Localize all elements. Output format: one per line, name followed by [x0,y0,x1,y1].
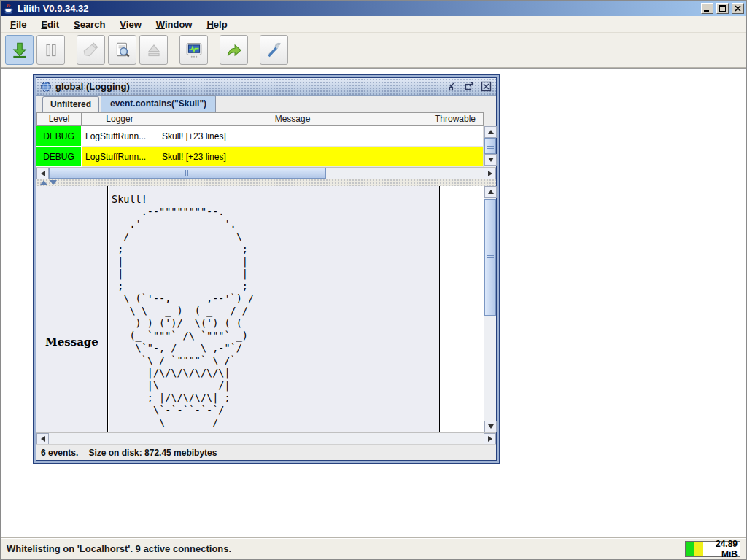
disconnect-button[interactable] [139,35,168,65]
event-count: 6 events. [41,448,78,458]
memory-text: 24.89 MiB [703,539,740,559]
clean-button[interactable] [77,35,105,65]
desktop-pane: global (Logging) [1,68,746,537]
split-pane-divider[interactable] [36,179,496,186]
left-arrow-icon [41,436,45,442]
go-arrow-icon [225,41,244,60]
column-header-message[interactable]: Message [158,112,427,126]
collapse-up-icon[interactable] [40,180,47,185]
frame-maximize-button[interactable] [462,80,476,93]
app-statusbar: Whitelisting on 'Localhorst'. 9 active c… [1,537,746,559]
memory-usage-bar [686,542,703,556]
event-detail-pane: Message Skull! .--""""""""--. .' '. / \ … [36,186,496,432]
detail-vertical-scrollbar[interactable] [484,186,496,432]
maximize-icon [719,5,726,12]
scroll-thumb[interactable] [49,168,326,179]
scroll-track[interactable] [326,168,484,179]
column-header-throwable[interactable]: Throwable [427,112,484,126]
logger-cell[interactable]: LogStuffRunn... [82,147,158,167]
right-arrow-icon [488,171,492,176]
find-button[interactable] [108,35,136,65]
up-arrow-icon [488,190,494,194]
message-cell[interactable]: Skull! [+23 lines] [158,126,427,147]
preferences-tools-icon [265,41,284,60]
detail-field-label: Message [36,335,107,349]
table-row-selected[interactable]: DEBUG LogStuffRunn... Skull! [+23 lines] [36,147,484,167]
globe-icon [40,81,52,93]
right-arrow-icon [488,436,492,442]
frame-statusbar: 6 events. Size on disk: 872.45 mebibytes [36,444,496,460]
scroll-down-button[interactable] [484,421,497,432]
tail-button[interactable] [5,35,34,65]
scroll-thumb[interactable] [484,199,496,316]
go-button[interactable] [220,35,248,65]
frame-minimize-icon [447,82,457,92]
table-vertical-scrollbar[interactable] [484,126,496,167]
statistics-monitor-icon [185,41,204,60]
maximize-button[interactable] [716,3,729,14]
menu-search[interactable]: Search [67,18,112,31]
menu-file[interactable]: File [4,18,33,31]
java-cup-icon [3,3,15,15]
preferences-button[interactable] [260,35,288,65]
level-cell[interactable]: DEBUG [36,147,82,167]
up-arrow-icon [488,130,494,134]
scroll-track[interactable] [484,316,496,421]
throwable-cell[interactable] [427,147,484,167]
scroll-right-button[interactable] [484,168,496,179]
table-row[interactable]: DEBUG LogStuffRunn... Skull! [+23 lines] [36,126,484,147]
close-icon [735,5,741,12]
window-title: Lilith V0.9.34.32 [18,3,698,14]
menu-help[interactable]: Help [200,18,233,31]
tail-download-icon [10,41,29,60]
column-header-logger[interactable]: Logger [82,112,158,126]
scroll-left-button[interactable] [36,168,49,179]
table-header: Level Logger Message Throwable [36,112,496,126]
message-cell[interactable]: Skull! [+23 lines] [158,147,427,167]
clean-broom-icon [82,41,101,60]
detail-field-header: Message [36,186,108,432]
disk-size: Size on disk: 872.45 mebibytes [88,448,217,458]
menu-edit[interactable]: Edit [34,18,66,31]
detail-message-cell: Skull! .--""""""""--. .' '. / \ ; ; | | … [109,186,440,432]
tab-unfiltered[interactable]: Unfiltered [42,96,99,112]
scroll-up-button[interactable] [484,126,497,138]
log-view-frame: global (Logging) [33,74,500,464]
ascii-art-message: Skull! .--""""""""--. .' '. / \ ; ; | | … [112,193,254,429]
lilith-window: Lilith V0.9.34.32 File Edit Search View … [0,0,747,560]
menu-window[interactable]: Window [150,18,199,31]
toolbar [1,33,746,68]
menubar: File Edit Search View Window Help [1,16,746,33]
scroll-down-button[interactable] [484,154,497,166]
down-arrow-icon [488,424,494,429]
scroll-thumb[interactable] [484,138,496,154]
tabbar: Unfiltered event.contains("Skull") [36,96,496,112]
window-titlebar: Lilith V0.9.34.32 [1,1,746,16]
status-message: Whitelisting on 'Localhorst'. 9 active c… [7,543,685,554]
throwable-cell[interactable] [427,126,484,147]
scroll-left-button[interactable] [36,433,49,445]
level-cell[interactable]: DEBUG [36,126,82,147]
frame-close-button[interactable] [479,80,492,93]
statistics-button[interactable] [179,35,208,65]
tab-filtered[interactable]: event.contains("Skull") [101,95,216,112]
pause-button[interactable] [36,35,65,65]
frame-close-icon [481,81,492,92]
menu-view[interactable]: View [113,18,147,31]
logger-cell[interactable]: LogStuffRunn... [82,126,158,147]
column-header-level[interactable]: Level [36,112,82,126]
scroll-right-button[interactable] [484,433,496,445]
collapse-down-icon[interactable] [50,180,57,185]
frame-maximize-icon [464,81,475,92]
disconnect-eject-icon [144,41,163,60]
minimize-button[interactable] [701,3,713,14]
memory-indicator[interactable]: 24.89 MiB [685,541,740,557]
frame-minimize-button[interactable] [446,80,459,93]
scroll-up-button[interactable] [484,186,497,198]
frame-titlebar[interactable]: global (Logging) [36,78,496,96]
table-horizontal-scrollbar[interactable] [36,167,496,179]
scroll-track[interactable] [49,433,484,444]
close-button[interactable] [732,3,744,14]
detail-horizontal-scrollbar[interactable] [36,432,496,444]
detail-view: Message Skull! .--""""""""--. .' '. / \ … [36,186,484,432]
